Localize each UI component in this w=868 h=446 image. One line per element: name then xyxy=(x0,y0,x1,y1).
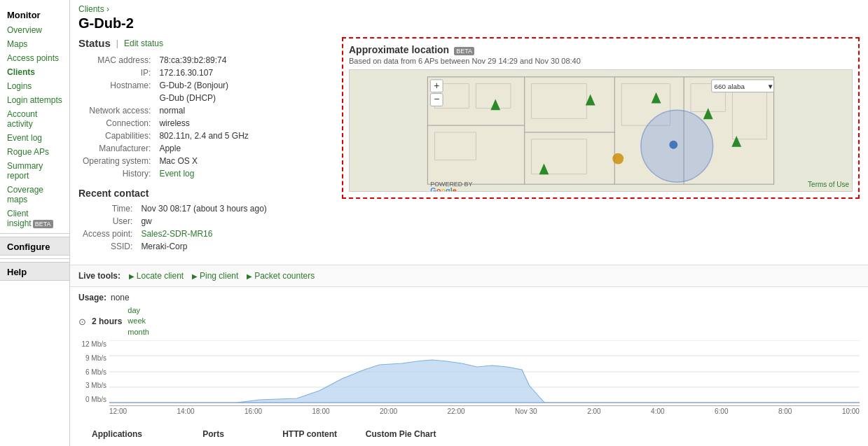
user-label: User: xyxy=(80,216,137,227)
x-label: 14:00 xyxy=(177,407,195,415)
ap-link[interactable]: Sales2-SDR-MR16 xyxy=(141,229,212,239)
ping-client-button[interactable]: Ping client xyxy=(192,271,238,281)
help-section-title[interactable]: Help xyxy=(0,262,69,281)
table-row: User: gw xyxy=(80,216,270,227)
user-value: gw xyxy=(138,216,269,227)
sidebar-item-access-points[interactable]: Access points xyxy=(0,51,69,65)
event-log-link[interactable]: Event log xyxy=(159,169,194,179)
time-current: 2 hours xyxy=(92,316,122,326)
x-label: 18:00 xyxy=(312,407,330,415)
day-link[interactable]: day xyxy=(128,305,149,316)
manufacturer-label: Manufacturer: xyxy=(80,143,155,154)
x-label: 22:00 xyxy=(448,407,465,415)
table-row: SSID: Meraki-Corp xyxy=(80,241,270,252)
sidebar-item-client-insight[interactable]: Client insightBETA xyxy=(0,207,69,230)
packet-counters-button[interactable]: Packet counters xyxy=(247,271,315,281)
floor-plan-svg: + − 660 alaba ▼ POWERED BY Google xyxy=(350,70,852,191)
ap-label: Access point: xyxy=(80,228,137,239)
x-axis: 12:00 14:00 16:00 18:00 20:00 22:00 Nov … xyxy=(109,407,860,415)
time-controls: ⊙ 2 hours day week month xyxy=(78,305,860,337)
sidebar-item-maps[interactable]: Maps xyxy=(0,37,69,51)
usage-section: Usage: none ⊙ 2 hours day week month 12 … xyxy=(70,287,868,421)
y-label: 0 Mb/s xyxy=(78,396,106,403)
connection-value: wireless xyxy=(156,118,251,129)
x-label: 20:00 xyxy=(380,407,397,415)
chart-wrapper: 12 Mb/s 9 Mb/s 6 Mb/s 3 Mb/s 0 Mb/s xyxy=(78,340,860,415)
os-label: Operating system: xyxy=(80,155,155,167)
x-label: 12:00 xyxy=(109,407,127,415)
x-label: 10:00 xyxy=(842,407,860,415)
x-label: 4:00 xyxy=(651,407,664,415)
main-content: Clients › G-Dub-2 Status | Edit status M… xyxy=(70,0,868,446)
custom-title: Custom Pie Chart xyxy=(362,429,439,439)
sidebar-item-logins[interactable]: Logins xyxy=(0,79,69,93)
location-box: Approximate location BETA Based on data … xyxy=(342,37,860,199)
table-row: Operating system: Mac OS X xyxy=(80,155,252,167)
charts-row: Applications File sharing 95.9% Email xyxy=(70,421,868,446)
sidebar-item-login-attempts[interactable]: Login attempts xyxy=(0,93,69,107)
usage-chart-svg xyxy=(109,340,860,403)
breadcrumb-separator: › xyxy=(106,4,109,14)
custom-chart: Custom Pie Chart xyxy=(362,429,439,446)
applications-title: Applications xyxy=(78,429,156,439)
http-title: HTTP content xyxy=(271,429,348,439)
y-label: 6 Mb/s xyxy=(78,368,106,376)
svg-text:▼: ▼ xyxy=(767,83,774,90)
recent-contact-table: Time: Nov 30 08:17 (about 3 hours ago) U… xyxy=(78,202,271,253)
sidebar-item-clients[interactable]: Clients xyxy=(0,65,69,79)
sidebar-item-overview[interactable]: Overview xyxy=(0,23,69,37)
x-label: 8:00 xyxy=(778,407,792,415)
locate-client-button[interactable]: Locate client xyxy=(129,271,184,281)
sidebar-item-rogue-aps[interactable]: Rogue APs xyxy=(0,145,69,159)
applications-chart: Applications File sharing 95.9% Email xyxy=(78,429,156,446)
network-access-label: Network access: xyxy=(80,105,155,116)
table-row: MAC address: 78:ca:39:b2:89:74 xyxy=(80,55,252,66)
x-label: Nov 30 xyxy=(515,407,537,415)
http-chart: HTTP content Images 43 xyxy=(271,429,348,446)
sidebar-item-account-activity[interactable]: Account activity xyxy=(0,107,69,131)
left-column: Status | Edit status MAC address: 78:ca:… xyxy=(78,37,331,260)
x-label: 2:00 xyxy=(587,407,600,415)
x-label: 16:00 xyxy=(244,407,262,415)
mac-value: 78:ca:39:b2:89:74 xyxy=(156,55,251,66)
os-value: Mac OS X xyxy=(156,155,251,167)
month-link[interactable]: month xyxy=(128,327,149,337)
status-table: MAC address: 78:ca:39:b2:89:74 IP: 172.1… xyxy=(78,53,253,181)
location-subtitle: Based on data from 6 APs between Nov 29 … xyxy=(349,57,853,65)
sidebar-item-coverage-maps[interactable]: Coverage maps xyxy=(0,183,69,207)
dhcp-label xyxy=(80,92,155,104)
terms-link[interactable]: Terms of Use xyxy=(808,181,849,188)
svg-point-22 xyxy=(612,153,624,165)
week-link[interactable]: week xyxy=(128,316,149,326)
content-area: Status | Edit status MAC address: 78:ca:… xyxy=(70,37,868,260)
svg-text:Google: Google xyxy=(430,186,456,191)
history-label: History: xyxy=(80,168,155,179)
ip-label: IP: xyxy=(80,67,155,78)
table-row: Capabilities: 802.11n, 2.4 and 5 GHz xyxy=(80,130,252,141)
configure-section-title[interactable]: Configure xyxy=(0,237,69,256)
live-tools: Live tools: Locate client Ping client Pa… xyxy=(70,265,868,287)
capabilities-label: Capabilities: xyxy=(80,130,155,141)
ip-value: 172.16.30.107 xyxy=(156,67,251,78)
mac-label: MAC address: xyxy=(80,55,155,66)
breadcrumb-parent[interactable]: Clients xyxy=(78,4,104,14)
history-value: Event log xyxy=(156,168,251,179)
edit-status-link[interactable]: Edit status xyxy=(124,39,163,48)
monitor-section-title: Monitor xyxy=(0,6,69,23)
table-row: Connection: wireless xyxy=(80,118,252,129)
recent-contact-title: Recent contact xyxy=(78,188,331,199)
sidebar-item-summary-report[interactable]: Summary report xyxy=(0,159,69,183)
floor-map: + − 660 alaba ▼ POWERED BY Google xyxy=(349,69,853,192)
sidebar-item-event-log[interactable]: Event log xyxy=(0,131,69,145)
table-row: G-Dub (DHCP) xyxy=(80,92,252,104)
ap-value: Sales2-SDR-MR16 xyxy=(138,228,269,239)
table-row: Time: Nov 30 08:17 (about 3 hours ago) xyxy=(80,203,270,214)
connection-label: Connection: xyxy=(80,118,155,129)
ssid-label: SSID: xyxy=(80,241,137,252)
beta-badge: BETA xyxy=(33,220,53,228)
manufacturer-value: Apple xyxy=(156,143,251,154)
x-label: 6:00 xyxy=(715,407,728,415)
table-row: Manufacturer: Apple xyxy=(80,143,252,154)
ports-chart: Ports Apple file sharing 95.9% Host-base… xyxy=(170,429,257,446)
status-title: Status xyxy=(78,37,111,49)
